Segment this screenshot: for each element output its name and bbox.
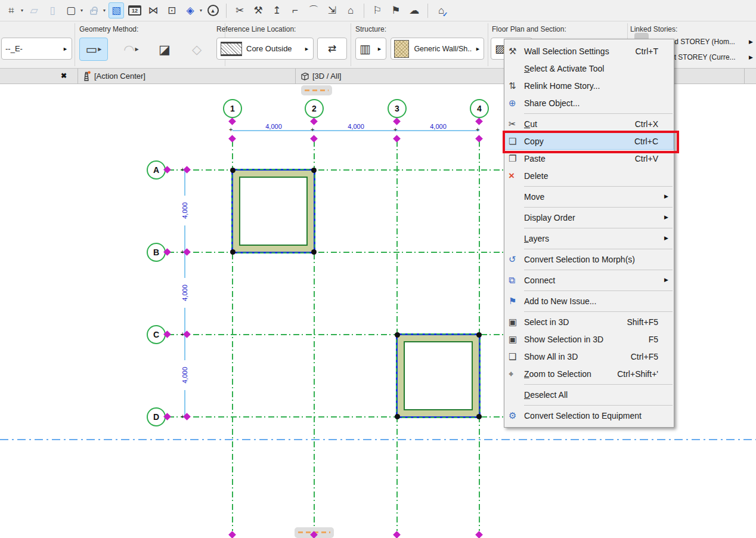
grid-node[interactable]: [393, 135, 401, 143]
extend-button[interactable]: ⌐: [287, 2, 303, 18]
grid-node[interactable]: [475, 118, 483, 125]
grid-node[interactable]: [310, 118, 318, 125]
marquee-select-button[interactable]: ▧: [109, 2, 124, 18]
grid-node[interactable]: [475, 531, 483, 538]
frame-tool-caret-icon[interactable]: ▾: [80, 8, 83, 13]
grid-node[interactable]: [228, 135, 236, 143]
menu-item-convert-to-morph[interactable]: ↺ Convert Selection to Morph(s): [504, 251, 674, 268]
grid-node[interactable]: [475, 135, 483, 143]
selected-wall-1[interactable]: [231, 169, 315, 253]
menu-item-add-to-new-issue[interactable]: ⚑ Add to New Issue...: [504, 292, 674, 310]
menu-item-delete[interactable]: × Delete: [504, 167, 674, 184]
rotated-view-caret-icon[interactable]: ▾: [200, 8, 202, 13]
home-story-button[interactable]: ⌂: [343, 2, 358, 18]
reference-line-combo[interactable]: Core Outside ►: [216, 38, 314, 60]
grid-node[interactable]: [393, 531, 401, 538]
north-circle-button[interactable]: ▲: [205, 2, 221, 18]
story-bottom-arrow-button[interactable]: ▶: [749, 54, 753, 60]
tab-3d-all[interactable]: [3D / All]: [312, 72, 341, 81]
grid-bubble-d[interactable]: D: [147, 407, 166, 426]
structure-type-button[interactable]: ▥ ►: [355, 38, 386, 60]
geometry-method-straight-button[interactable]: ▭▶: [79, 38, 108, 61]
home-story-icon: ⌂: [348, 5, 354, 17]
edit-selection-button[interactable]: ⊡: [164, 2, 179, 18]
section-line[interactable]: [0, 439, 756, 440]
selection-handle[interactable]: [230, 168, 236, 173]
grid-node[interactable]: [228, 531, 236, 538]
morph-icon: ↺: [509, 254, 524, 265]
close-tab-icon[interactable]: ✖: [61, 72, 67, 80]
tab-action-center[interactable]: [Action Center]: [94, 72, 145, 81]
menu-item-cut[interactable]: ✂ Cut Ctrl+X: [504, 115, 674, 132]
mesh-plane-button[interactable]: ▱: [26, 2, 42, 18]
lock-button[interactable]: [86, 2, 101, 18]
menu-item-relink-home-story[interactable]: ⇅ Relink Home Story...: [504, 77, 674, 94]
selection-handle[interactable]: [395, 332, 400, 338]
menu-item-zoom-to-selection[interactable]: ⌖ Zoom to Selection Ctrl+Shift+': [504, 365, 674, 382]
geometry-method-polygon-button[interactable]: ◇: [182, 38, 211, 61]
cloud-sync-icon: ☁: [410, 4, 420, 17]
story-top-arrow-button[interactable]: ▶: [749, 39, 753, 45]
menu-item-show-all-in-3d[interactable]: ❑ Show All in 3D Ctrl+F5: [504, 348, 674, 365]
guide-plane-button[interactable]: ▯: [45, 2, 60, 18]
menu-item-paste[interactable]: ❐ Paste Ctrl+V: [504, 150, 674, 167]
menu-item-show-selection-in-3d[interactable]: ▣ Show Selection in 3D F5: [504, 330, 674, 348]
grid-snap-caret-icon[interactable]: ▾: [21, 8, 23, 13]
lock-caret-icon[interactable]: ▾: [103, 8, 106, 13]
grid-bubble-b[interactable]: B: [147, 243, 166, 262]
resize-button[interactable]: ⇲: [324, 2, 340, 18]
grid-node[interactable]: [310, 135, 318, 143]
selection-handle[interactable]: [311, 168, 317, 173]
building-material-combo[interactable]: Generic Wall/Sh... ►: [391, 38, 484, 60]
menu-item-move[interactable]: Move ▶: [504, 188, 674, 205]
menu-item-wall-selection-settings[interactable]: ⚒ Wall Selection Settings Ctrl+T: [504, 42, 674, 60]
grid-bubble-c[interactable]: C: [147, 325, 166, 344]
adjust-button[interactable]: ⚒: [250, 2, 266, 18]
flag-list-button[interactable]: ⚑: [388, 2, 404, 18]
infobox-divider: [351, 23, 351, 66]
menu-item-connect[interactable]: ⧉ Connect ▶: [504, 271, 674, 289]
model-check-button[interactable]: ⌂✓: [433, 2, 449, 18]
marquee-select-icon: ▧: [111, 4, 121, 17]
selection-handle[interactable]: [311, 249, 317, 255]
grid-bubble-2[interactable]: 2: [305, 99, 324, 118]
menu-item-select-activate-tool[interactable]: Select & Activate Tool: [504, 60, 674, 77]
fillet-button[interactable]: ⌒: [306, 2, 321, 18]
rotated-view-button[interactable]: ◈: [182, 2, 198, 18]
selection-handle[interactable]: [476, 414, 482, 419]
grid-bubble-a[interactable]: A: [147, 160, 166, 180]
favorites-combo[interactable]: --_E- ►: [1, 38, 72, 60]
selection-handle[interactable]: [476, 332, 482, 338]
action-center-icon: [82, 71, 92, 84]
grid-bubble-4[interactable]: 4: [470, 99, 489, 118]
geometry-method-chained-button[interactable]: ◪: [150, 38, 179, 61]
selected-wall-2[interactable]: [396, 333, 481, 418]
dimension-units-button[interactable]: 12: [127, 2, 142, 18]
flag-button[interactable]: ⚐: [370, 2, 385, 18]
flip-reference-button[interactable]: ⇄: [317, 38, 347, 60]
geometry-method-curved-button[interactable]: ◠▶: [117, 38, 145, 61]
menu-item-convert-to-equipment[interactable]: ⚙ Convert Selection to Equipment: [504, 407, 674, 424]
menu-item-select-in-3d[interactable]: ▣ Select in 3D Shift+F5: [504, 313, 674, 330]
grid-node[interactable]: [393, 118, 401, 125]
selection-handle[interactable]: [395, 414, 400, 419]
menu-item-layers[interactable]: Layers ▶: [504, 230, 674, 247]
cloud-sync-button[interactable]: ☁: [407, 2, 422, 18]
stretch-button[interactable]: ⋈: [145, 2, 161, 18]
grid-bubble-3[interactable]: 3: [388, 99, 407, 118]
straight-wall-icon: ▭: [86, 42, 98, 57]
menu-item-share-object[interactable]: ⊕ Share Object...: [504, 94, 674, 112]
grid-bubble-1[interactable]: 1: [223, 99, 242, 118]
dimension-label: 4,000: [181, 360, 188, 390]
elevate-button[interactable]: ↥: [269, 2, 284, 18]
menu-item-display-order[interactable]: Display Order ▶: [504, 209, 674, 226]
edge-marker-top[interactable]: [301, 85, 332, 95]
menu-item-copy[interactable]: ❏ Copy Ctrl+C: [504, 132, 674, 150]
grid-snap-button[interactable]: ⌗: [4, 2, 19, 18]
frame-tool-button[interactable]: ▢: [63, 2, 79, 18]
selection-handle[interactable]: [230, 249, 236, 255]
linked-story-bottom: 1st STOREY (Curre...: [667, 53, 736, 61]
split-button[interactable]: ✂: [232, 2, 247, 18]
menu-item-deselect-all[interactable]: Deselect All: [504, 386, 674, 403]
grid-node[interactable]: [228, 118, 236, 125]
